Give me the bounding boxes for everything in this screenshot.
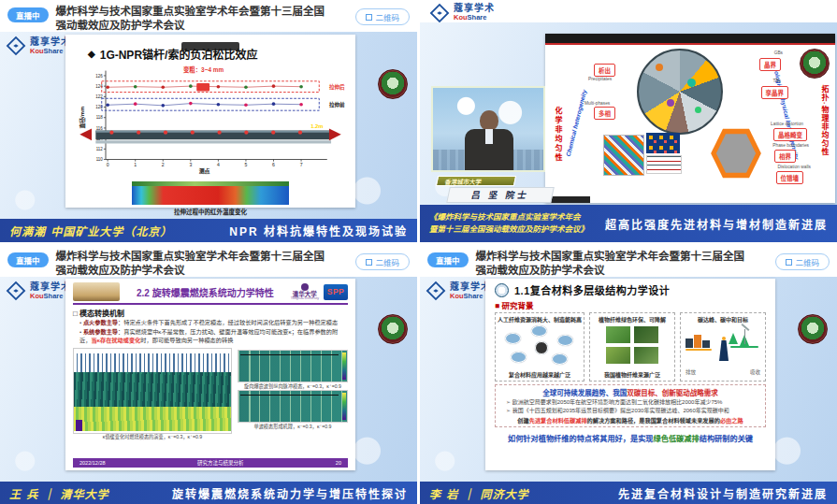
label-topological-zh: 拓扑·物理非均匀性 bbox=[819, 85, 830, 156]
koushare-logo[interactable]: 蔻享学术 KouShare bbox=[426, 281, 491, 301]
svg-text:拉伸前: 拉伸前 bbox=[329, 101, 345, 108]
balance-pivot-icon bbox=[722, 337, 726, 340]
screenshot-grid: 直播中 爆炸科学与技术国家重点实验室学术年会暨第十三届全国强动载效应及防护学术会… bbox=[0, 0, 837, 504]
speaker-bar: 《爆炸科学与技术国家重点实验室学术年会暨第十三届全国强动载效应及防护学术会议》 … bbox=[420, 205, 837, 242]
detonation-band bbox=[74, 372, 231, 407]
label-phase-en: Phase boundaries bbox=[772, 143, 809, 148]
lab-emblem bbox=[798, 314, 828, 344]
ppt-footer-bar: 2022/12/28 研究方法与结果分析 20 bbox=[73, 458, 348, 468]
svg-text:1: 1 bbox=[134, 162, 137, 167]
infrared-caption: 拉伸过程中的红外温度变化 bbox=[65, 207, 355, 216]
conference-title: 爆炸科学与技术国家重点实验室学术年会暨第十三届全国强动载效应及防护学术会议 bbox=[56, 5, 329, 33]
emission-blocks-icon bbox=[685, 333, 710, 348]
label-gb-en: GBs bbox=[774, 50, 783, 55]
speaker-name-tag: 吕 坚 院士 bbox=[446, 187, 555, 203]
video-page-header: 直播中 爆炸科学与技术国家重点实验室学术年会暨第十三届全国强动载效应及防护学术会… bbox=[0, 245, 417, 277]
slide-header: 1.1复合材料多层级结构力学设计 bbox=[495, 282, 766, 297]
box-plant-fiber: 植物纤维绿色环保、可降解 我国植物纤维来源广泛 bbox=[589, 312, 675, 382]
balance-pillar-icon bbox=[719, 340, 729, 361]
tsinghua-logo: 清华大学 Tsinghua University bbox=[291, 283, 319, 301]
slide-title: 2.2 旋转爆震燃烧系统动力学特性 bbox=[124, 285, 286, 299]
ppt-section: 研究方法与结果分析 bbox=[197, 459, 244, 467]
speaker-bar: 王 兵 ｜ 清华大学 旋转爆震燃烧系统动力学与增压特性探讨 bbox=[0, 482, 417, 504]
slide-title: 1.1复合材料多层级结构力学设计 bbox=[514, 282, 670, 297]
koushare-diamond-icon bbox=[6, 36, 26, 56]
ppt-page-number: 20 bbox=[336, 460, 341, 466]
plant-photos bbox=[605, 325, 659, 365]
spectrogram-main-wrap: κ值缓变化时燃烧模态的演变，κ⁻=0.3，κ⁺=0.9 bbox=[73, 348, 232, 440]
svg-text:测点: 测点 bbox=[199, 167, 210, 175]
qr-code-button[interactable]: 二维码 bbox=[355, 8, 410, 25]
brand-en: KouShare bbox=[454, 13, 495, 22]
speaker-bar: 何满潮 中国矿业大学（北京） NPR 材料抗爆特性及现场试验 bbox=[0, 219, 417, 242]
spectrogram-small-1 bbox=[238, 350, 348, 382]
qr-icon bbox=[366, 14, 372, 21]
npr-diameter-chart: 11011211411611812012212412601234567测点直径/… bbox=[76, 63, 345, 180]
conference-title: 爆炸科学与技术国家重点实验室学术年会暨第十三届全国强动载效应及防护学术会议 bbox=[476, 250, 749, 278]
video-player[interactable]: 蔻享学术 KouShare 2.2 旋转爆震燃烧系统动力学特性 清华大学 Tsi… bbox=[0, 277, 417, 482]
deflagration-band bbox=[74, 407, 231, 431]
grain-dot bbox=[687, 79, 696, 87]
atomic-lattice-image bbox=[646, 133, 680, 153]
strategy-headline: 全球可持续发展趋势、我国双碳目标、创新驱动战略需求 bbox=[500, 387, 760, 397]
slide-composites: 1.1复合材料多层级结构力学设计 ■ 研究背景 人工纤维资源消耗大、制造能耗高 … bbox=[485, 279, 775, 470]
video-player[interactable]: 蔻享学术 KouShare ◆ 1G-NPR锚杆/索的负泊松比效应 110112… bbox=[0, 32, 417, 219]
svg-text:5: 5 bbox=[245, 162, 248, 167]
box-carbon-goals: 碳达峰、碳中和目标 排放 bbox=[680, 312, 766, 382]
svg-text:6: 6 bbox=[272, 162, 275, 167]
section-heading: ■ 研究背景 bbox=[495, 299, 766, 310]
talk-title: NPR 材料抗爆特性及现场试验 bbox=[229, 223, 408, 238]
grain-dot bbox=[667, 99, 674, 107]
spp-logo: SPP bbox=[324, 284, 348, 300]
svg-text:7: 7 bbox=[300, 162, 303, 167]
talk-title: 旋转爆震燃烧系统动力学与增压特性探讨 bbox=[172, 485, 408, 501]
slide-microstructure: 化学非均匀性 Chemical heterogeneity Topologica… bbox=[545, 34, 835, 203]
spectrogram-main bbox=[73, 348, 232, 434]
talk-title: 先进复合材料设计与制造研究新进展 bbox=[618, 485, 828, 501]
label-lattice-en: Lattice distortion bbox=[771, 122, 803, 126]
bullet-system: 系统参数主导：真实燃烧室中κ不是常数，压力扰动、壁面升温等效应均可能改变κ；在临… bbox=[79, 328, 348, 345]
quadrant-top-right: 蔻享学术 KouShare 化学非均匀性 Chemical heterogene… bbox=[420, 0, 837, 242]
bullet-ignition: 点火参数主导：特定点火条件下首先形成了不稳定模态，经过较长时间演化后转变为另一种… bbox=[79, 319, 348, 327]
qr-code-button[interactable]: 二维码 bbox=[355, 253, 410, 270]
koushare-logo[interactable]: 蔻享学术 KouShare bbox=[6, 281, 71, 301]
qr-icon bbox=[366, 259, 372, 266]
lab-emblem bbox=[378, 69, 408, 99]
chip-phase: 相界 bbox=[774, 150, 796, 163]
section-heading: □ 模态转换机制 bbox=[73, 308, 348, 318]
speaker-name: 何满潮 中国矿业大学（北京） bbox=[9, 223, 172, 238]
speaker-name: 王 兵 ｜ 清华大学 bbox=[9, 485, 109, 501]
label-multiphase-en: Multi-phases bbox=[584, 101, 610, 106]
buffer-toast bbox=[181, 42, 239, 50]
wind-turbine-icon bbox=[744, 329, 746, 344]
talk-title: 超高比强度先进材料与增材制造新进展 bbox=[605, 216, 828, 232]
slide-detonation: 2.2 旋转爆震燃烧系统动力学特性 清华大学 Tsinghua Universi… bbox=[65, 279, 355, 470]
application-cycle-icon bbox=[503, 325, 576, 367]
live-badge: 直播中 bbox=[7, 252, 49, 267]
svg-text:110: 110 bbox=[96, 157, 104, 162]
svg-text:1.2m: 1.2m bbox=[310, 123, 323, 129]
speaker-torso bbox=[465, 129, 513, 170]
label-dislocation-en: Dislocation walls bbox=[778, 165, 811, 169]
koushare-diamond-icon bbox=[6, 281, 26, 301]
svg-text:116: 116 bbox=[96, 126, 104, 131]
qr-code-button[interactable]: 二维码 bbox=[775, 253, 830, 270]
conference-caption: 《爆炸科学与技术国家重点实验室学术年会暨第十三届全国强动载效应及防护学术会议》 bbox=[429, 211, 588, 236]
video-player[interactable]: 蔻享学术 KouShare 1.1复合材料多层级结构力学设计 ■ 研究背景 人工… bbox=[420, 277, 837, 482]
tree-icon bbox=[729, 333, 738, 344]
koushare-logo[interactable]: 蔻享学术 KouShare bbox=[420, 0, 495, 22]
video-player[interactable]: 化学非均匀性 Chemical heterogeneity Topologica… bbox=[420, 22, 837, 205]
label-precipitates-en: Precipitates bbox=[588, 77, 612, 81]
tongji-logo bbox=[495, 283, 509, 297]
spectrogram-side-column: 旋向爆震波到纵向脉冲模态，κ⁻=0.3，κ⁺=0.9 单波模态形成机理，κ⁻=0… bbox=[238, 350, 348, 440]
hea-mosaic-image bbox=[603, 135, 644, 176]
strain-wave-image bbox=[646, 155, 682, 174]
conclusion-line: 创建先进复合材料低碳减排的解决方案和路径，是我国复合材料领域未来发展的必由之路 bbox=[500, 416, 760, 425]
balance-labels: 排放 吸收 bbox=[685, 368, 760, 376]
koushare-logo[interactable]: 蔻享学术 KouShare bbox=[6, 36, 71, 56]
chip-gb: 晶界 bbox=[759, 58, 781, 71]
left-tray bbox=[685, 349, 712, 351]
brand-zh: 蔻享学术 bbox=[454, 4, 495, 13]
speaker-name: 李 岩 ｜ 同济大学 bbox=[429, 485, 529, 501]
strategy-box: 全球可持续发展趋势、我国双碳目标、创新驱动战略需求 欧洲航空局要求到2050年在… bbox=[495, 384, 766, 427]
